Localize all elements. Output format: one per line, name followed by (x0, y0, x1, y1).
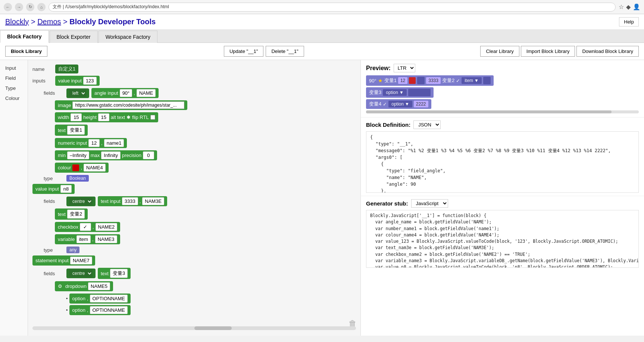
prev-dropdown1[interactable]: item ▼ (462, 77, 482, 84)
preview-scrollbar-thumb (366, 110, 612, 113)
alt-label: alt text (111, 114, 125, 120)
minmax-block[interactable]: min –Infinity max Infinity precision 0 (55, 150, 157, 160)
checkbox-name[interactable]: NAME2 (96, 223, 118, 231)
fields1-block[interactable]: left (66, 88, 89, 98)
left-panel-field[interactable]: Field (3, 74, 25, 82)
left-panel-type[interactable]: Type (3, 84, 25, 92)
right-panel: Preview: LTR 90° ★ 变量1 12 3333 (360, 60, 644, 336)
wh-block[interactable]: width 15 height 15 alt text ✱ flip RTL (55, 112, 158, 122)
value-input2-block[interactable]: value input n8 (32, 184, 75, 194)
dropdown-block[interactable]: ⚙ dropdown NAME5 (55, 281, 113, 291)
statement-block[interactable]: statement input NAME7 (32, 255, 95, 266)
dropdown-name[interactable]: NAME5 (88, 282, 110, 290)
option1-label: option (72, 296, 85, 301)
prev-check: ✓ (456, 78, 460, 84)
statement-name[interactable]: NAME7 (70, 257, 92, 264)
profile-icon[interactable]: 👤 (633, 3, 640, 10)
block-library-button[interactable]: Block Library (5, 46, 47, 57)
back-button[interactable]: ← (4, 3, 12, 11)
checkbox-block[interactable]: checkbox ✓ , NAME2 (55, 222, 120, 232)
download-library-button[interactable]: Download Block Library (576, 46, 639, 57)
help-button[interactable]: Help (619, 17, 639, 26)
colour-name[interactable]: NAME4 (84, 164, 106, 172)
update-button[interactable]: Update "__1" (224, 46, 263, 57)
prev-dropdown3[interactable]: option ▼ (388, 101, 412, 107)
numeric-name[interactable]: name1 (104, 139, 124, 147)
variable-name[interactable]: NAME3 (95, 235, 117, 243)
colour-block[interactable]: colour , NAME4 (55, 163, 109, 173)
text-input-name[interactable]: NAM3E (142, 197, 164, 205)
gen-language-select[interactable]: JavaScript (411, 199, 448, 208)
preview-label: Preview: (366, 65, 391, 72)
image-block[interactable]: image https://www.gstatic.com/codesite/p… (55, 100, 187, 110)
left-panel-input[interactable]: Input (3, 64, 25, 72)
prev-num2: 3333 (426, 77, 441, 84)
variable-block[interactable]: variable item , NAME3 (55, 234, 120, 244)
option2-block[interactable]: option , OPTIONNAME (69, 305, 131, 315)
variable-value[interactable]: item (76, 235, 91, 243)
value-input2-value[interactable]: n8 (60, 185, 72, 193)
home-button[interactable]: ⌂ (37, 3, 46, 11)
max-value[interactable]: Infinity (101, 151, 121, 159)
align2-select[interactable]: centre (69, 198, 93, 205)
tab-block-factory[interactable]: Block Factory (0, 30, 49, 43)
preview-scrollbar[interactable] (366, 110, 639, 113)
prev-dropdown1-label: item (465, 78, 473, 83)
angle-value[interactable]: 90° (120, 89, 132, 97)
fields3-block[interactable]: centre (66, 269, 96, 278)
tab-workspace-factory[interactable]: Workspace Factory (99, 31, 157, 43)
text2-value[interactable]: 变量2 (67, 210, 85, 219)
left-panel-colour[interactable]: Colour (3, 94, 25, 103)
width-value[interactable]: 15 (71, 113, 82, 121)
value-input1-block[interactable]: value input 123 (55, 76, 100, 86)
type1-row: type Boolean (44, 175, 356, 182)
align1-select[interactable]: left (69, 90, 86, 97)
option2-name[interactable]: OPTIONNAME (90, 306, 128, 314)
min-label: min (58, 153, 66, 158)
angle-input-block[interactable]: angle input 90° , NAME (91, 88, 159, 98)
fields2-block[interactable]: centre (66, 197, 96, 206)
browser-icons: ☆ ◆ 👤 (619, 3, 640, 10)
option1-name[interactable]: OPTIONNAME (90, 295, 128, 302)
value-input1-value[interactable]: 123 (83, 77, 97, 85)
text-input-block[interactable]: text input 3333 , NAM3E (98, 196, 167, 206)
image-url[interactable]: https://www.gstatic.com/codesite/ph/imag… (72, 101, 184, 109)
text3-value[interactable]: 变量3 (110, 269, 128, 278)
prev-dropdown2[interactable]: option ▼ (383, 89, 407, 96)
text-input-value[interactable]: 3333 (122, 197, 138, 205)
numeric-block[interactable]: numeric input 12 , name1 (55, 138, 127, 148)
clear-library-button[interactable]: Clear Library (480, 46, 519, 57)
option1-block[interactable]: option , OPTIONNAME (69, 294, 131, 304)
address-bar[interactable] (49, 3, 616, 12)
height-value[interactable]: 15 (98, 113, 109, 121)
text1-block[interactable]: text 变量1 (55, 125, 88, 136)
def-code-area[interactable]: { "type": "__1", "message0": "%1 %2 变量1 … (366, 131, 639, 193)
forward-button[interactable]: → (15, 3, 23, 11)
numeric-value[interactable]: 12 (88, 139, 100, 147)
text1-value[interactable]: 变量1 (67, 126, 85, 135)
name-block[interactable]: 自定义1 (55, 65, 78, 73)
flip-checkbox[interactable] (150, 115, 155, 120)
def-format-select[interactable]: JSON (413, 120, 441, 129)
min-value[interactable]: –Infinity (67, 151, 89, 159)
name-value: 自定义1 (58, 66, 75, 72)
angle-name[interactable]: NAME (137, 89, 156, 97)
extension-icon[interactable]: ◆ (626, 3, 631, 10)
checkbox-check[interactable]: ✓ (80, 223, 91, 231)
gen-code-area[interactable]: Blockly.JavaScript['__1'] = function(blo… (366, 210, 639, 268)
reload-button[interactable]: ↻ (26, 3, 34, 11)
comma6: , (92, 236, 94, 242)
star-icon[interactable]: ☆ (619, 3, 624, 10)
breadcrumb-blockly[interactable]: Blockly (5, 18, 29, 26)
precision-value[interactable]: 0 (143, 151, 154, 159)
delete-button[interactable]: Delete "__1" (266, 46, 304, 57)
colour-swatch[interactable] (72, 164, 79, 171)
tab-block-exporter[interactable]: Block Exporter (50, 31, 98, 43)
import-library-button[interactable]: Import Block Library (521, 46, 575, 57)
align3-select[interactable]: centre (69, 270, 93, 277)
ltr-select[interactable]: LTR (394, 64, 415, 72)
h-scrollbar[interactable] (32, 326, 356, 330)
text3-block[interactable]: text 变量3 (98, 268, 131, 279)
text2-block[interactable]: text 变量2 (55, 208, 88, 220)
breadcrumb-demos[interactable]: Demos (37, 18, 61, 26)
